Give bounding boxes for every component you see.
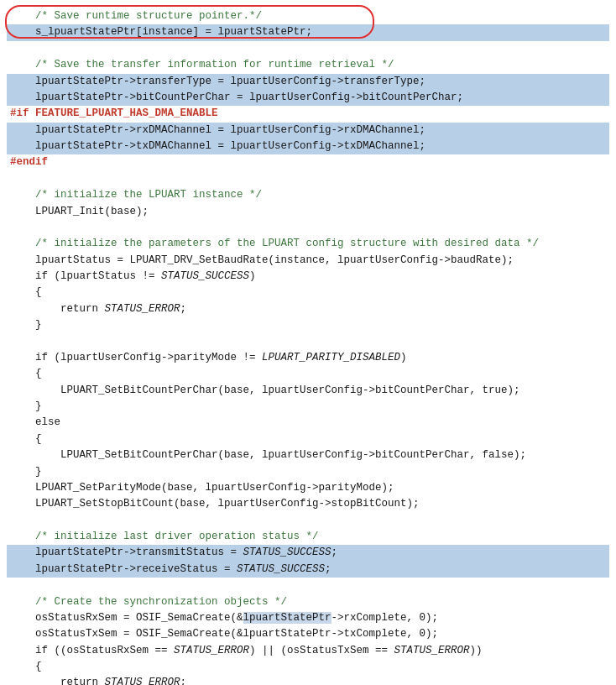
code-line bbox=[7, 41, 609, 57]
code-line: LPUART_Init(base); bbox=[7, 204, 609, 220]
code-line: lpuartStatePtr->transferType = lpuartUse… bbox=[7, 74, 609, 90]
code-line: } bbox=[7, 317, 609, 333]
code-line: lpuartStatePtr->rxDMAChannel = lpuartUse… bbox=[7, 123, 609, 139]
code-line: lpuartStatePtr->bitCountPerChar = lpuart… bbox=[7, 90, 609, 106]
code-line bbox=[7, 171, 609, 187]
code-line: /* Create the synchronization objects */ bbox=[7, 594, 609, 610]
code-line: } bbox=[7, 464, 609, 480]
code-line: if ((osStatusRxSem == STATUS_ERROR) || (… bbox=[7, 643, 609, 659]
code-line: /* initialize the LPUART instance */ bbox=[7, 187, 609, 203]
code-line: lpuartStatePtr->txDMAChannel = lpuartUse… bbox=[7, 139, 609, 154]
code-line: osStatusRxSem = OSIF_SemaCreate(&lpuartS… bbox=[7, 610, 609, 626]
code-line: lpuartStatus = LPUART_DRV_SetBaudRate(in… bbox=[7, 253, 609, 269]
code-line: #if FEATURE_LPUART_HAS_DMA_ENABLE bbox=[7, 106, 609, 122]
code-line: if (lpuartStatus != STATUS_SUCCESS) bbox=[7, 269, 609, 285]
code-line: LPUART_SetBitCountPerChar(base, lpuartUs… bbox=[7, 383, 609, 399]
code-line: LPUART_SetStopBitCount(base, lpuartUserC… bbox=[7, 496, 609, 512]
code-line: lpuartStatePtr->transmitStatus = STATUS_… bbox=[7, 545, 609, 561]
code-line: { bbox=[7, 659, 609, 675]
code-line: /* Save the transfer information for run… bbox=[7, 57, 609, 73]
code-line bbox=[7, 334, 609, 350]
code-line: } bbox=[7, 399, 609, 415]
code-line: { bbox=[7, 431, 609, 447]
code-line: #endif bbox=[7, 154, 609, 170]
code-line: { bbox=[7, 366, 609, 382]
code-block: /* Save runtime structure pointer.*/ s_l… bbox=[7, 8, 609, 685]
code-line bbox=[7, 513, 609, 529]
code-line: return STATUS_ERROR; bbox=[7, 675, 609, 685]
code-line: { bbox=[7, 285, 609, 301]
code-line: lpuartStatePtr->receiveStatus = STATUS_S… bbox=[7, 562, 609, 578]
code-container: /* Save runtime structure pointer.*/ s_l… bbox=[0, 0, 616, 685]
code-line: if (lpuartUserConfig->parityMode != LPUA… bbox=[7, 350, 609, 366]
code-line: osStatusTxSem = OSIF_SemaCreate(&lpuartS… bbox=[7, 626, 609, 642]
code-line: /* initialize the parameters of the LPUA… bbox=[7, 236, 609, 252]
code-line: s_lpuartStatePtr[instance] = lpuartState… bbox=[7, 24, 609, 40]
code-line: else bbox=[7, 415, 609, 431]
code-line bbox=[7, 578, 609, 593]
code-line: /* initialize last driver operation stat… bbox=[7, 529, 609, 545]
code-line: LPUART_SetParityMode(base, lpuartUserCon… bbox=[7, 480, 609, 496]
code-line: return STATUS_ERROR; bbox=[7, 301, 609, 317]
code-line bbox=[7, 220, 609, 236]
code-line: /* Save runtime structure pointer.*/ bbox=[7, 8, 609, 24]
code-line: LPUART_SetBitCountPerChar(base, lpuartUs… bbox=[7, 447, 609, 463]
